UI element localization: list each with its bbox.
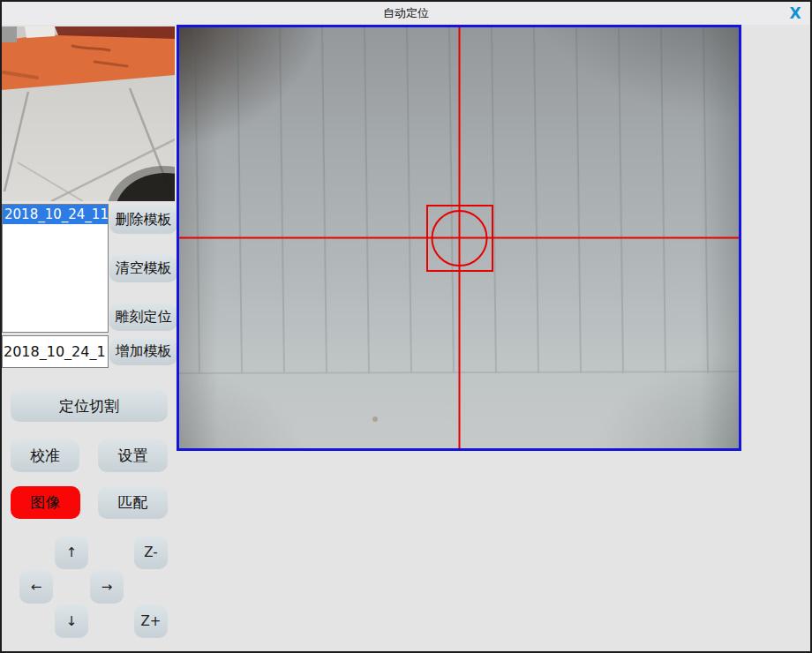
dust-speck [372, 417, 378, 422]
template-name-input[interactable] [2, 335, 109, 368]
crosshair-overlay [179, 27, 739, 448]
calibrate-button[interactable]: 校准 [11, 439, 79, 472]
jog-down-button[interactable]: ↓ [55, 604, 88, 638]
template-list[interactable]: 2018_10_24_11 [2, 204, 109, 333]
clear-templates-button[interactable]: 清空模板 [109, 255, 177, 282]
camera-overlay-graphic [179, 27, 739, 448]
camera-feed [179, 27, 739, 448]
add-template-button[interactable]: 增加模板 [109, 338, 177, 365]
template-preview-image [2, 26, 175, 201]
auto-locate-dialog: 自动定位 X [0, 0, 812, 653]
z-minus-button[interactable]: Z- [134, 536, 168, 569]
window-title: 自动定位 [383, 5, 429, 21]
jog-up-button[interactable]: ↑ [55, 536, 88, 569]
camera-view[interactable] [177, 25, 741, 451]
locate-cut-button[interactable]: 定位切割 [11, 390, 168, 422]
thumbnail-graphic [2, 26, 175, 201]
jog-right-button[interactable]: → [90, 570, 124, 604]
template-list-item[interactable]: 2018_10_24_11 [3, 205, 108, 224]
engrave-locate-button[interactable]: 雕刻定位 [109, 304, 177, 331]
settings-button[interactable]: 设置 [98, 439, 168, 472]
image-button[interactable]: 图像 [11, 486, 80, 519]
delete-template-button[interactable]: 删除模板 [109, 206, 177, 234]
jog-left-button[interactable]: ← [19, 570, 53, 604]
match-button[interactable]: 匹配 [98, 486, 168, 519]
z-plus-button[interactable]: Z+ [134, 604, 168, 638]
titlebar: 自动定位 X [2, 2, 810, 25]
close-icon[interactable]: X [786, 4, 805, 23]
